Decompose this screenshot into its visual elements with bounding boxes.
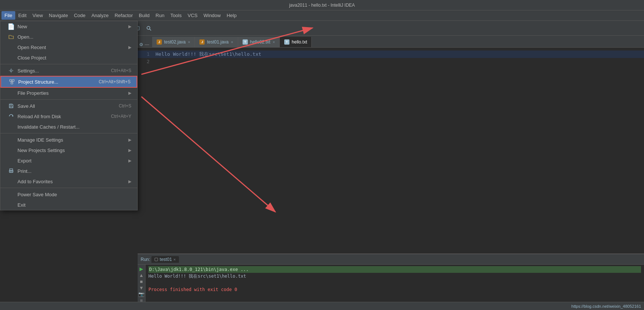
run-output-line-2: Hello World!!! 我在src\set1\hello.txt [148, 273, 641, 280]
manage-ide-arrow: ▶ [128, 138, 131, 142]
bottom-tab-bar: Run: test01 × [138, 254, 644, 265]
menu-navigate[interactable]: Navigate [46, 11, 71, 20]
run-output-line-3 [148, 280, 641, 286]
menu-code[interactable]: Code [71, 11, 89, 20]
run-output-line-4: Process finished with exit code 0 [148, 286, 641, 293]
status-url: https://blog.csdn.net/weixin_48052161 [571, 304, 641, 309]
menu-save-all[interactable]: Save All Ctrl+S [0, 101, 137, 111]
menu-exit[interactable]: Exit [0, 200, 137, 210]
menu-edit[interactable]: Edit [15, 11, 29, 20]
menu-bar: File Edit View Navigate Code Analyze Ref… [0, 10, 644, 21]
manage-ide-icon [8, 136, 15, 143]
open-recent-icon [8, 44, 15, 51]
svg-rect-34 [10, 171, 12, 172]
svg-rect-35 [155, 258, 158, 261]
menu-invalidate[interactable]: Invalidate Caches / Restart... [0, 122, 137, 132]
menu-reload[interactable]: Reload All from Disk Ctrl+Alt+Y [0, 111, 137, 122]
run-scroll-down[interactable]: ▼ [138, 285, 144, 291]
menu-settings[interactable]: Settings... Ctrl+Alt+S [0, 65, 137, 76]
tab-hello02[interactable]: T hello02.txt × [238, 37, 280, 47]
reload-icon [8, 113, 15, 120]
line-num-2: 2 [138, 58, 150, 65]
menu-view[interactable]: View [29, 11, 46, 20]
editor-settings-icon[interactable]: ⚙ [139, 42, 143, 47]
editor-content[interactable]: 1 2 Hello World!!! 我在src\set1\hello.txt [138, 48, 644, 254]
file-dropdown-menu: 📄 New ▶ Open... Open Recent ▶ Close Proj… [0, 21, 138, 210]
svg-line-22 [150, 29, 151, 30]
menu-window[interactable]: Window [201, 11, 224, 20]
run-tab[interactable]: test01 × [151, 256, 179, 263]
save-all-shortcut: Ctrl+S [119, 103, 131, 109]
tab-test01-close[interactable]: × [231, 40, 233, 44]
menu-new[interactable]: 📄 New ▶ [0, 21, 137, 32]
menu-file[interactable]: File [1, 11, 15, 20]
menu-tools[interactable]: Tools [167, 11, 185, 20]
project-structure-icon [9, 78, 15, 85]
close-project-icon [8, 54, 15, 61]
code-line-2 [156, 58, 644, 65]
sep-1 [0, 64, 137, 64]
exit-icon [8, 201, 15, 208]
svg-marker-31 [12, 115, 13, 117]
menu-manage-ide[interactable]: Manage IDE Settings ▶ [0, 135, 137, 145]
new-icon: 📄 [8, 23, 15, 30]
menu-close-project[interactable]: Close Project [0, 52, 137, 63]
tab-test02-icon: J [157, 39, 162, 45]
open-recent-arrow: ▶ [128, 45, 131, 50]
svg-rect-25 [12, 80, 14, 81]
menu-help[interactable]: Help [224, 11, 240, 20]
search-button[interactable] [144, 23, 154, 33]
reload-shortcut: Ctrl+Alt+Y [111, 114, 131, 119]
add-favorites-arrow: ▶ [128, 179, 131, 184]
open-icon [8, 33, 15, 40]
tab-hello02-close[interactable]: × [273, 40, 275, 44]
run-tab-close[interactable]: × [173, 257, 176, 262]
menu-open-recent[interactable]: Open Recent ▶ [0, 42, 137, 52]
tab-hello[interactable]: T hello.txt [280, 37, 312, 47]
sep-3 [0, 133, 137, 133]
menu-power-save[interactable]: Power Save Mode [0, 189, 137, 200]
tab-test01[interactable]: J test01.java × [195, 37, 238, 47]
title-text: java2011 - hello.txt - IntelliJ IDEA [289, 3, 355, 8]
project-structure-shortcut: Ctrl+Alt+Shift+S [99, 79, 131, 84]
run-controls: ▶ ▲ ■ ▼ 📷 ≡ [138, 265, 145, 303]
menu-open[interactable]: Open... [0, 32, 137, 42]
menu-file-properties[interactable]: File Properties ▶ [0, 88, 137, 98]
status-bar: https://blog.csdn.net/weixin_48052161 [0, 302, 644, 310]
menu-refactor[interactable]: Refactor [112, 11, 136, 20]
run-label: Run: [141, 257, 150, 262]
menu-analyze[interactable]: Analyze [89, 11, 112, 20]
menu-vcs[interactable]: VCS [185, 11, 201, 20]
svg-rect-30 [10, 104, 12, 105]
tab-hello02-label: hello02.txt [250, 39, 270, 45]
run-scroll-up[interactable]: ▲ [138, 272, 144, 278]
editor-minimize-icon[interactable]: — [145, 42, 149, 47]
menu-project-structure[interactable]: Project Structure... Ctrl+Alt+Shift+S [0, 76, 137, 88]
bottom-panel: Run: test01 × ▶ ▲ ■ ▼ 📷 ≡ D:\Java\jdk1.8… [138, 254, 644, 302]
menu-run[interactable]: Run [153, 11, 167, 20]
editor-container: ⚙ — J test02.java × J test01.java × T he… [138, 36, 644, 302]
file-properties-icon [8, 90, 15, 96]
run-play-button[interactable]: ▶ [138, 266, 144, 272]
line-numbers: 1 2 [138, 51, 153, 65]
export-arrow: ▶ [128, 158, 131, 163]
menu-export[interactable]: Export ▶ [0, 155, 137, 166]
run-stop-button[interactable]: ■ [138, 279, 144, 284]
new-projects-icon [8, 147, 15, 154]
svg-rect-24 [10, 80, 12, 81]
menu-add-favorites[interactable]: Add to Favorites ▶ [0, 176, 137, 187]
menu-new-projects[interactable]: New Projects Settings ▶ [0, 145, 137, 155]
run-tab-label: test01 [160, 257, 172, 262]
svg-point-23 [10, 70, 12, 72]
run-content-area: ▶ ▲ ■ ▼ 📷 ≡ D:\Java\jdk1.8.0_121\bin\jav… [138, 265, 644, 303]
settings-shortcut: Ctrl+Alt+S [111, 68, 131, 73]
run-camera-button[interactable]: 📷 [138, 291, 144, 297]
tab-test02[interactable]: J test02.java × [152, 37, 195, 47]
tab-test02-close[interactable]: × [188, 40, 190, 44]
power-save-icon [8, 191, 15, 198]
save-icon [8, 103, 15, 109]
menu-build[interactable]: Build [136, 11, 153, 20]
menu-print[interactable]: Print... [0, 166, 137, 176]
favorites-icon [8, 178, 15, 185]
new-arrow: ▶ [128, 24, 131, 29]
